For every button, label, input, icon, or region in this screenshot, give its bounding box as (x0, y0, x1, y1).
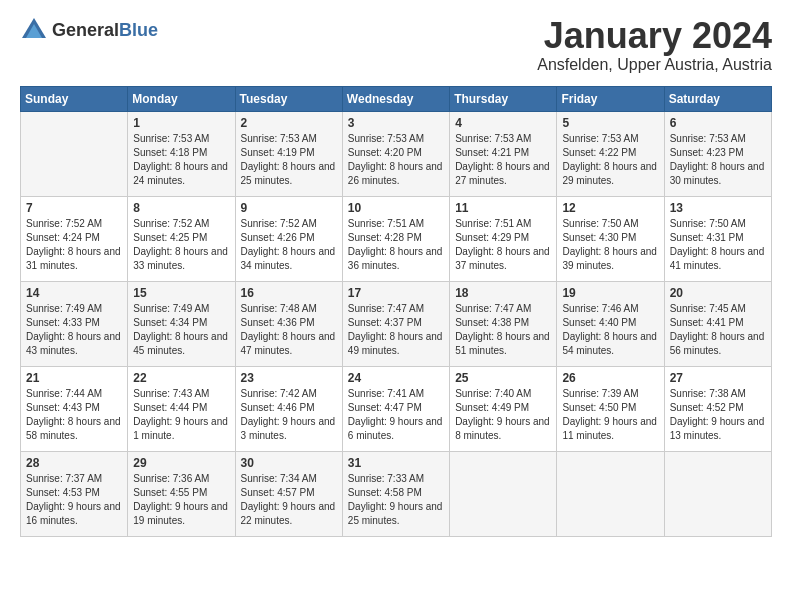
calendar-cell: 18Sunrise: 7:47 AM Sunset: 4:38 PM Dayli… (450, 281, 557, 366)
header-row: SundayMondayTuesdayWednesdayThursdayFrid… (21, 86, 772, 111)
day-number: 2 (241, 116, 337, 130)
header-cell-thursday: Thursday (450, 86, 557, 111)
month-title: January 2024 (537, 16, 772, 56)
calendar-cell: 15Sunrise: 7:49 AM Sunset: 4:34 PM Dayli… (128, 281, 235, 366)
calendar-cell: 11Sunrise: 7:51 AM Sunset: 4:29 PM Dayli… (450, 196, 557, 281)
logo-general-text: General (52, 20, 119, 40)
day-number: 5 (562, 116, 658, 130)
header-cell-friday: Friday (557, 86, 664, 111)
header-cell-tuesday: Tuesday (235, 86, 342, 111)
cell-info: Sunrise: 7:52 AM Sunset: 4:24 PM Dayligh… (26, 217, 122, 273)
cell-info: Sunrise: 7:42 AM Sunset: 4:46 PM Dayligh… (241, 387, 337, 443)
cell-info: Sunrise: 7:53 AM Sunset: 4:19 PM Dayligh… (241, 132, 337, 188)
day-number: 20 (670, 286, 766, 300)
cell-info: Sunrise: 7:53 AM Sunset: 4:21 PM Dayligh… (455, 132, 551, 188)
day-number: 3 (348, 116, 444, 130)
calendar-cell: 5Sunrise: 7:53 AM Sunset: 4:22 PM Daylig… (557, 111, 664, 196)
day-number: 28 (26, 456, 122, 470)
day-number: 7 (26, 201, 122, 215)
day-number: 9 (241, 201, 337, 215)
location-title: Ansfelden, Upper Austria, Austria (537, 56, 772, 74)
calendar-cell: 28Sunrise: 7:37 AM Sunset: 4:53 PM Dayli… (21, 451, 128, 536)
calendar-cell: 25Sunrise: 7:40 AM Sunset: 4:49 PM Dayli… (450, 366, 557, 451)
header-cell-saturday: Saturday (664, 86, 771, 111)
week-row-4: 21Sunrise: 7:44 AM Sunset: 4:43 PM Dayli… (21, 366, 772, 451)
day-number: 25 (455, 371, 551, 385)
day-number: 14 (26, 286, 122, 300)
calendar-cell: 14Sunrise: 7:49 AM Sunset: 4:33 PM Dayli… (21, 281, 128, 366)
logo: GeneralBlue (20, 16, 158, 44)
calendar-cell: 27Sunrise: 7:38 AM Sunset: 4:52 PM Dayli… (664, 366, 771, 451)
calendar-cell: 3Sunrise: 7:53 AM Sunset: 4:20 PM Daylig… (342, 111, 449, 196)
header-cell-sunday: Sunday (21, 86, 128, 111)
cell-info: Sunrise: 7:46 AM Sunset: 4:40 PM Dayligh… (562, 302, 658, 358)
title-area: January 2024 Ansfelden, Upper Austria, A… (537, 16, 772, 74)
day-number: 8 (133, 201, 229, 215)
calendar-cell: 8Sunrise: 7:52 AM Sunset: 4:25 PM Daylig… (128, 196, 235, 281)
calendar-cell: 23Sunrise: 7:42 AM Sunset: 4:46 PM Dayli… (235, 366, 342, 451)
cell-info: Sunrise: 7:50 AM Sunset: 4:30 PM Dayligh… (562, 217, 658, 273)
day-number: 13 (670, 201, 766, 215)
day-number: 19 (562, 286, 658, 300)
day-number: 12 (562, 201, 658, 215)
cell-info: Sunrise: 7:37 AM Sunset: 4:53 PM Dayligh… (26, 472, 122, 528)
header-cell-wednesday: Wednesday (342, 86, 449, 111)
logo-blue-text: Blue (119, 20, 158, 40)
calendar-cell: 22Sunrise: 7:43 AM Sunset: 4:44 PM Dayli… (128, 366, 235, 451)
header-cell-monday: Monday (128, 86, 235, 111)
cell-info: Sunrise: 7:51 AM Sunset: 4:29 PM Dayligh… (455, 217, 551, 273)
week-row-2: 7Sunrise: 7:52 AM Sunset: 4:24 PM Daylig… (21, 196, 772, 281)
calendar-body: 1Sunrise: 7:53 AM Sunset: 4:18 PM Daylig… (21, 111, 772, 536)
calendar-cell: 17Sunrise: 7:47 AM Sunset: 4:37 PM Dayli… (342, 281, 449, 366)
cell-info: Sunrise: 7:41 AM Sunset: 4:47 PM Dayligh… (348, 387, 444, 443)
cell-info: Sunrise: 7:36 AM Sunset: 4:55 PM Dayligh… (133, 472, 229, 528)
cell-info: Sunrise: 7:43 AM Sunset: 4:44 PM Dayligh… (133, 387, 229, 443)
day-number: 22 (133, 371, 229, 385)
calendar-cell: 26Sunrise: 7:39 AM Sunset: 4:50 PM Dayli… (557, 366, 664, 451)
cell-info: Sunrise: 7:34 AM Sunset: 4:57 PM Dayligh… (241, 472, 337, 528)
day-number: 31 (348, 456, 444, 470)
calendar-cell: 29Sunrise: 7:36 AM Sunset: 4:55 PM Dayli… (128, 451, 235, 536)
week-row-5: 28Sunrise: 7:37 AM Sunset: 4:53 PM Dayli… (21, 451, 772, 536)
day-number: 24 (348, 371, 444, 385)
week-row-1: 1Sunrise: 7:53 AM Sunset: 4:18 PM Daylig… (21, 111, 772, 196)
calendar-table: SundayMondayTuesdayWednesdayThursdayFrid… (20, 86, 772, 537)
cell-info: Sunrise: 7:33 AM Sunset: 4:58 PM Dayligh… (348, 472, 444, 528)
cell-info: Sunrise: 7:53 AM Sunset: 4:22 PM Dayligh… (562, 132, 658, 188)
calendar-cell: 1Sunrise: 7:53 AM Sunset: 4:18 PM Daylig… (128, 111, 235, 196)
calendar-cell (557, 451, 664, 536)
cell-info: Sunrise: 7:53 AM Sunset: 4:18 PM Dayligh… (133, 132, 229, 188)
cell-info: Sunrise: 7:51 AM Sunset: 4:28 PM Dayligh… (348, 217, 444, 273)
day-number: 10 (348, 201, 444, 215)
cell-info: Sunrise: 7:47 AM Sunset: 4:37 PM Dayligh… (348, 302, 444, 358)
calendar-cell: 19Sunrise: 7:46 AM Sunset: 4:40 PM Dayli… (557, 281, 664, 366)
day-number: 16 (241, 286, 337, 300)
calendar-cell (664, 451, 771, 536)
day-number: 15 (133, 286, 229, 300)
calendar-cell: 20Sunrise: 7:45 AM Sunset: 4:41 PM Dayli… (664, 281, 771, 366)
day-number: 18 (455, 286, 551, 300)
day-number: 29 (133, 456, 229, 470)
logo-icon (20, 16, 48, 44)
calendar-header: SundayMondayTuesdayWednesdayThursdayFrid… (21, 86, 772, 111)
calendar-cell: 21Sunrise: 7:44 AM Sunset: 4:43 PM Dayli… (21, 366, 128, 451)
calendar-cell: 13Sunrise: 7:50 AM Sunset: 4:31 PM Dayli… (664, 196, 771, 281)
calendar-cell: 7Sunrise: 7:52 AM Sunset: 4:24 PM Daylig… (21, 196, 128, 281)
cell-info: Sunrise: 7:49 AM Sunset: 4:34 PM Dayligh… (133, 302, 229, 358)
day-number: 11 (455, 201, 551, 215)
day-number: 1 (133, 116, 229, 130)
day-number: 4 (455, 116, 551, 130)
cell-info: Sunrise: 7:53 AM Sunset: 4:20 PM Dayligh… (348, 132, 444, 188)
calendar-cell: 24Sunrise: 7:41 AM Sunset: 4:47 PM Dayli… (342, 366, 449, 451)
cell-info: Sunrise: 7:40 AM Sunset: 4:49 PM Dayligh… (455, 387, 551, 443)
day-number: 21 (26, 371, 122, 385)
calendar-cell: 31Sunrise: 7:33 AM Sunset: 4:58 PM Dayli… (342, 451, 449, 536)
cell-info: Sunrise: 7:53 AM Sunset: 4:23 PM Dayligh… (670, 132, 766, 188)
calendar-cell: 4Sunrise: 7:53 AM Sunset: 4:21 PM Daylig… (450, 111, 557, 196)
day-number: 30 (241, 456, 337, 470)
cell-info: Sunrise: 7:47 AM Sunset: 4:38 PM Dayligh… (455, 302, 551, 358)
day-number: 17 (348, 286, 444, 300)
day-number: 23 (241, 371, 337, 385)
calendar-cell (450, 451, 557, 536)
calendar-cell: 12Sunrise: 7:50 AM Sunset: 4:30 PM Dayli… (557, 196, 664, 281)
